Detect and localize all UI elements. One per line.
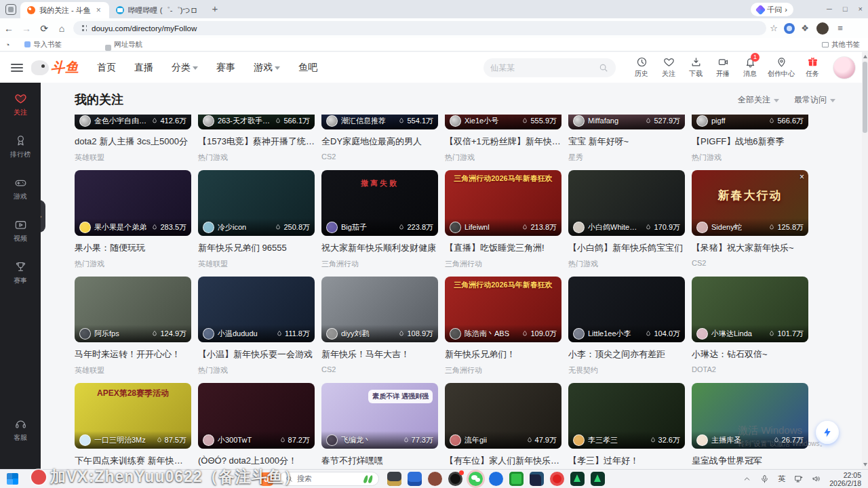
address-bar[interactable]: douyu.com/directory/myFollow <box>73 21 766 35</box>
sidebar-item-heart[interactable]: 关注 <box>0 92 41 125</box>
stream-card[interactable]: pigff566.6万【PIGFF】战地6新赛季热门游戏 <box>692 115 808 163</box>
sidebar-item-rank[interactable]: 排行榜 <box>0 134 41 167</box>
taskbar-icon-toolbox[interactable] <box>408 472 422 486</box>
action-broadcast[interactable]: 开播 <box>709 56 736 79</box>
nav-item-4[interactable]: 赛事 <box>216 62 235 74</box>
stream-category[interactable]: 三角洲行动 <box>321 259 438 269</box>
stream-title[interactable]: 【小白鸽】新年快乐鸽宝宝们 <box>568 242 685 254</box>
stream-category[interactable]: 英雄联盟 <box>75 152 191 163</box>
browser-profile-avatar[interactable] <box>816 22 829 35</box>
scrollbar-thumb[interactable] <box>863 62 867 133</box>
tab-bilibili[interactable]: 哔哩哔哩 (゜-゜)つロ <box>109 2 205 18</box>
stream-title[interactable]: 新年快乐兄弟们 96555 <box>198 242 315 254</box>
stream-title[interactable]: 下午四点来训练赛 新年快乐兄弟们 <box>75 455 191 467</box>
scroll-down-arrow[interactable] <box>863 463 867 466</box>
history-clock-icon[interactable]: ◔ <box>0 41 15 49</box>
browser-menu-icon[interactable]: ≡ <box>833 23 848 33</box>
taskbar-icon-green-triangle-1[interactable] <box>570 472 585 486</box>
home-button[interactable]: ⌂ <box>53 23 71 34</box>
stream-title[interactable]: 【双倍+1元粉丝牌】新年快乐！帅哥… <box>445 136 561 148</box>
extension-icon[interactable] <box>784 23 795 34</box>
stream-card[interactable]: 新春大行动×Sideny蛇125.8万【呆猪】祝大家新年快乐~CS2 <box>692 170 808 269</box>
bookmark-star-icon[interactable]: ☆ <box>766 23 781 33</box>
action-pin[interactable]: 创作中心 <box>764 56 799 79</box>
stream-thumbnail[interactable]: pigff566.6万 <box>692 115 808 129</box>
stream-thumbnail[interactable]: diyy刘鹳108.9万 <box>321 277 438 342</box>
filter-most-visited[interactable]: 最常访问 <box>794 94 835 106</box>
nav-item-3[interactable]: 分类 <box>172 62 198 74</box>
action-download[interactable]: 下载 <box>682 56 709 79</box>
taskbar-icon-file-explorer[interactable] <box>387 472 401 486</box>
stream-category[interactable]: 热门游戏 <box>692 152 808 163</box>
stream-thumbnail[interactable]: 新春大行动×Sideny蛇125.8万 <box>692 170 808 236</box>
stream-category[interactable]: 英雄联盟 <box>198 259 315 269</box>
stream-card[interactable]: 金色小宇自由电竞…412.6万dota2 新人主播 3cs上5000分英雄联盟 <box>75 115 191 163</box>
taskbar-clock[interactable]: 22:05 2026/2/18 <box>829 471 861 487</box>
stream-thumbnail[interactable]: 撤离失败Big茄子223.8万 <box>321 170 438 236</box>
stream-title[interactable]: 【直播】吃饭睡觉三角洲! <box>445 242 561 254</box>
stream-category[interactable]: 英雄联盟 <box>75 365 191 375</box>
stream-card[interactable]: 三角洲行动2026马年新春狂欢陈浩南丶ABS109.0万新年快乐兄弟们！三角洲行… <box>445 277 561 375</box>
stream-card[interactable]: Miffafang527.9万宝宝 新年好呀~星秀 <box>568 115 685 163</box>
stream-category[interactable]: 无畏契约 <box>568 365 685 375</box>
stream-thumbnail[interactable]: 263-天才歌手4E…566.1万 <box>198 115 315 129</box>
stream-thumbnail[interactable]: 阿乐fps124.9万 <box>75 277 191 342</box>
stream-thumbnail[interactable]: 流年gii47.9万 <box>445 383 561 449</box>
search-box[interactable] <box>484 58 616 77</box>
stream-category[interactable]: CS2 <box>321 365 438 373</box>
stream-category[interactable]: 星秀 <box>568 152 685 163</box>
nav-item-1[interactable]: 首页 <box>97 62 116 74</box>
stream-card[interactable]: 小琳达Linda101.7万小琳达：钻石双倍~DOTA2 <box>692 277 808 375</box>
stream-title[interactable]: 【孝三】过年好！ <box>568 455 685 467</box>
stream-card[interactable]: 果小果是个弟弟283.5万果小果：随便玩玩热门游戏 <box>75 170 191 269</box>
stream-card[interactable]: 潮汇信息推荐554.1万全DY家庭地位最高的男人CS2 <box>321 115 438 163</box>
stream-title[interactable]: 马年时来运转！开开心心！ <box>75 348 191 361</box>
page-scrollbar[interactable] <box>862 52 868 469</box>
stream-title[interactable]: dota2 新人主播 3cs上5000分 <box>75 136 191 148</box>
stream-card[interactable]: 素质不详 遇强则强飞编龙丶77.3万春节不打烊嘿嘿热门游戏 <box>321 383 438 469</box>
stream-category[interactable]: CS2 <box>692 259 808 267</box>
bookmark-import[interactable]: 导入书签 <box>24 40 62 49</box>
stream-title[interactable]: (ÒΘÓ? dota2上1000分！ <box>198 455 315 467</box>
taskbar-icon-wechat[interactable] <box>469 472 483 486</box>
tab-close-icon[interactable]: × <box>95 5 102 15</box>
stream-card[interactable]: 小300TwT87.2万(ÒΘÓ? dota2上1000分！DOTA2 <box>198 383 315 469</box>
filter-all-follows[interactable]: 全部关注 <box>738 94 779 106</box>
stream-category[interactable]: DOTA2 <box>692 365 808 373</box>
stream-title[interactable]: 【有车位】家人们新年快乐呀！ <box>445 455 561 467</box>
other-bookmarks[interactable]: 其他书签 <box>822 40 860 49</box>
banner-close-icon[interactable]: × <box>800 172 804 182</box>
taskbar-icon-obs[interactable] <box>448 472 462 486</box>
taskbar-icon-qq[interactable] <box>489 472 503 486</box>
forward-button[interactable]: → <box>18 23 35 34</box>
stream-title[interactable]: 【1573电竞】蔡神开播了统统闪开 <box>198 136 315 148</box>
microphone-icon[interactable] <box>760 474 769 483</box>
taskbar-icon-game-center[interactable] <box>428 472 442 486</box>
user-avatar[interactable] <box>833 56 856 79</box>
stream-thumbnail[interactable]: 小温dududu111.8万 <box>198 277 315 342</box>
stream-card[interactable]: Little1ee小李104.0万小李：顶尖之间亦有差距无畏契约 <box>568 277 685 375</box>
action-heart[interactable]: 关注 <box>655 56 682 79</box>
stream-category[interactable]: 三角洲行动 <box>445 365 561 375</box>
stream-card[interactable]: 流年gii47.9万【有车位】家人们新年快乐呀！热门游戏 <box>445 383 561 469</box>
stream-card[interactable]: Xie1e小号555.9万【双倍+1元粉丝牌】新年快乐！帅哥…热门游戏 <box>445 115 561 163</box>
stream-category[interactable]: 三角洲行动 <box>445 259 561 269</box>
stream-card[interactable]: 小温dududu111.8万【小温】新年快乐耍一会游戏热门游戏 <box>198 277 315 375</box>
action-gift[interactable]: 任务 <box>799 56 826 79</box>
taskbar-icon-green-triangle-2[interactable] <box>591 472 605 486</box>
stream-card[interactable]: 阿乐fps124.9万马年时来运转！开开心心！英雄联盟 <box>75 277 191 375</box>
stream-thumbnail[interactable]: 李三孝三32.6万 <box>568 383 685 449</box>
sidebar-item-video[interactable]: 视频 <box>0 218 41 251</box>
stream-thumbnail[interactable]: 果小果是个弟弟283.5万 <box>75 170 191 236</box>
stream-card[interactable]: 三角洲行动2026马年新春狂欢Lifeiwnl213.8万【直播】吃饭睡觉三角洲… <box>445 170 561 269</box>
sidebar-item-game[interactable]: 游戏 <box>0 176 41 209</box>
stream-title[interactable]: 【呆猪】祝大家新年快乐~ <box>692 242 808 254</box>
stream-card[interactable]: diyy刘鹳108.9万新年快乐！马年大吉！CS2 <box>321 277 438 375</box>
stream-title[interactable]: 祝大家新年快乐顺利发财健康 <box>321 242 438 254</box>
stream-title[interactable]: 【PIGFF】战地6新赛季 <box>692 136 808 148</box>
taskbar-icon-netease-music[interactable] <box>550 472 564 486</box>
stream-thumbnail[interactable]: Xie1e小号555.9万 <box>445 115 561 129</box>
stream-title[interactable]: 新年快乐兄弟们！ <box>445 348 561 361</box>
stream-card[interactable]: 冷少icon250.8万新年快乐兄弟们 96555英雄联盟 <box>198 170 315 269</box>
stream-title[interactable]: 宝宝 新年好呀~ <box>568 136 685 148</box>
